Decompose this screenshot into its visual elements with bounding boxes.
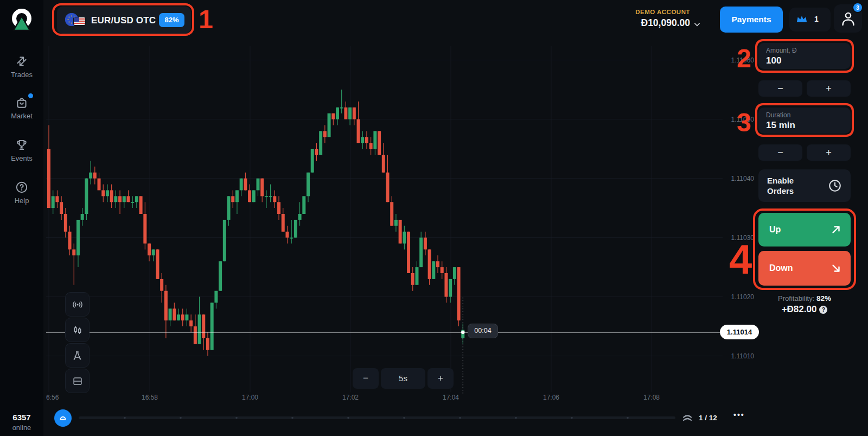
- enable-orders-label: Enable Orders: [767, 175, 816, 196]
- sidebar-item-events[interactable]: Events: [0, 138, 43, 162]
- duration-value: 15 min: [766, 120, 795, 131]
- payout-value: +Đ82.00: [782, 304, 817, 314]
- candlesticks: [47, 90, 464, 356]
- chart-pagination[interactable]: 1 / 12: [699, 414, 717, 422]
- chart-tool-candle-type-icon[interactable]: [65, 318, 90, 342]
- notification-badge: 3: [852, 2, 863, 13]
- x-axis-label: 17:00: [242, 394, 258, 401]
- online-count: 6357: [0, 413, 43, 422]
- duration-plus-button[interactable]: +: [807, 144, 851, 161]
- amount-label: Amount, Đ: [766, 47, 797, 54]
- level-count: 1: [814, 15, 819, 23]
- support-chat-button[interactable]: [54, 409, 72, 427]
- new-items-badge: [28, 93, 33, 98]
- chart-grid: [46, 46, 723, 392]
- chart-scrollbar[interactable]: [79, 416, 675, 419]
- amount-value: 100: [766, 55, 781, 66]
- asset-name: EUR/USD OTC: [91, 15, 156, 26]
- amount-minus-button[interactable]: −: [758, 80, 802, 97]
- level-indicator[interactable]: 1: [789, 8, 831, 31]
- crown-icon: [796, 14, 808, 25]
- logo-icon: [10, 8, 34, 34]
- headset-icon: [58, 413, 68, 423]
- enable-orders-button[interactable]: Enable Orders: [758, 169, 851, 202]
- interval-plus-button[interactable]: +: [427, 368, 454, 389]
- sidebar-item-help[interactable]: Help: [0, 180, 43, 205]
- sidebar-item-trades[interactable]: Trades: [0, 54, 43, 79]
- sidebar-item-label: Trades: [0, 71, 43, 79]
- account-type-label: DEMO ACCOUNT: [635, 9, 690, 15]
- arrow-up-right-icon: [830, 224, 842, 236]
- asset-selector[interactable]: EUR/USD OTC 82%: [57, 7, 191, 34]
- events-icon: [15, 138, 29, 152]
- current-price-dot: [461, 331, 464, 334]
- y-axis-label: 1.11060: [731, 56, 755, 64]
- interval-value[interactable]: 5s: [381, 368, 425, 389]
- x-axis-label: 17:04: [443, 394, 459, 401]
- market-icon: [15, 96, 29, 110]
- x-axis-label: 16:58: [142, 394, 158, 401]
- sidebar-item-label: Market: [0, 112, 43, 120]
- chart-tool-live-icon[interactable]: [65, 292, 90, 317]
- sidebar-item-market[interactable]: Market: [0, 96, 43, 120]
- chevron-down-icon[interactable]: [693, 21, 701, 28]
- amount-field[interactable]: Amount, Đ 100: [758, 43, 851, 69]
- app-logo[interactable]: [10, 8, 34, 34]
- y-axis-label: 1.11050: [731, 116, 755, 123]
- sidebar-item-label: Events: [0, 154, 43, 162]
- up-label: Up: [769, 225, 781, 234]
- duration-minus-button[interactable]: −: [758, 144, 802, 161]
- interval-minus-button[interactable]: −: [353, 368, 379, 389]
- y-axis-label: 1.11010: [731, 352, 755, 360]
- countdown-label: 00:04: [468, 324, 498, 338]
- asset-payout-badge: 82%: [159, 13, 184, 27]
- clock-icon: [828, 179, 842, 193]
- duration-field[interactable]: Duration 15 min: [758, 108, 851, 134]
- help-circle-icon[interactable]: ?: [819, 306, 827, 314]
- arrow-down-right-icon: [830, 262, 842, 274]
- online-label: online: [0, 424, 43, 432]
- chart-tool-drawing-icon[interactable]: [65, 343, 90, 368]
- account-balance[interactable]: Đ10,090.00: [641, 17, 691, 29]
- down-label: Down: [769, 263, 793, 273]
- more-options-button[interactable]: •••: [733, 410, 745, 419]
- down-button[interactable]: Down: [758, 251, 851, 286]
- profitability-label: Profitability:: [778, 294, 814, 302]
- chart-pages-icon[interactable]: [681, 412, 694, 425]
- user-icon: [841, 11, 856, 26]
- y-axis-label: 1.11020: [731, 293, 755, 301]
- profitability-value: 82%: [816, 294, 831, 302]
- x-axis-label: 17:02: [342, 394, 359, 401]
- y-axis-label: 1.11030: [731, 234, 755, 242]
- profitability-line: Profitability: 82%: [758, 294, 851, 302]
- amount-plus-button[interactable]: +: [807, 80, 851, 97]
- x-axis-label: 17:06: [543, 394, 559, 401]
- help-icon: [15, 180, 29, 194]
- trades-icon: [15, 54, 29, 68]
- up-button[interactable]: Up: [758, 213, 851, 247]
- usd-flag-icon: [73, 17, 86, 26]
- sidebar: TradesMarketEventsHelp 6357 online: [0, 0, 43, 436]
- x-axis-label: 17:08: [643, 394, 660, 401]
- online-counter: 6357 online: [0, 413, 43, 432]
- y-axis-label: 1.11040: [731, 175, 755, 182]
- duration-label: Duration: [766, 111, 790, 119]
- x-axis-label: 6:56: [46, 394, 59, 401]
- chart-tool-layout-icon[interactable]: [65, 369, 90, 393]
- payments-button[interactable]: Payments: [720, 7, 783, 33]
- sidebar-item-label: Help: [0, 197, 43, 205]
- profile-button[interactable]: 3: [834, 4, 862, 33]
- payout-line: +Đ82.00?: [758, 304, 851, 315]
- current-price-tag: 1.11014: [720, 325, 759, 339]
